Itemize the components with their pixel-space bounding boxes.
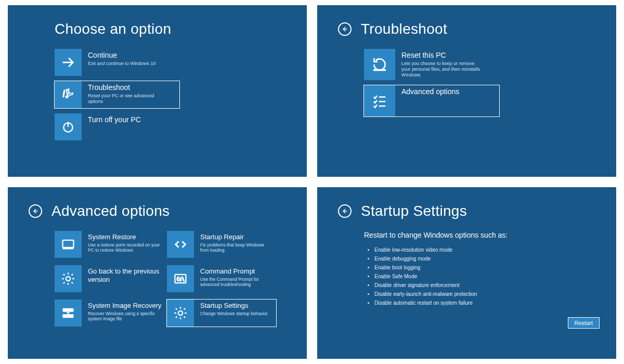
svg-rect-11 xyxy=(63,240,74,248)
gear-icon xyxy=(55,265,82,292)
tile-title: Reset this PC xyxy=(401,51,485,60)
tile-sub: Use the Command Prompt for advanced trou… xyxy=(200,277,273,288)
back-button[interactable] xyxy=(338,22,352,36)
svg-rect-1 xyxy=(62,89,66,98)
tile-turn-off[interactable]: Turn off your PC xyxy=(55,113,179,140)
tile-troubleshoot[interactable]: Troubleshoot Reset your PC or see advanc… xyxy=(55,81,179,108)
tile-title: Continue xyxy=(88,51,156,60)
tile-title: Startup Settings xyxy=(200,302,268,310)
svg-rect-17 xyxy=(63,314,74,318)
tile-command-prompt[interactable]: C:\ Command Prompt Use the Command Promp… xyxy=(167,265,276,292)
tile-title: System Image Recovery xyxy=(88,302,162,310)
tile-startup-settings[interactable]: Startup Settings Change Windows startup … xyxy=(167,300,276,327)
list-item: Disable early-launch anti-malware protec… xyxy=(374,290,595,298)
header: Troubleshoot xyxy=(338,21,595,37)
tile-grid: System Restore Use a restore point recor… xyxy=(55,231,286,327)
tile-sub: Exit and continue to Windows 10 xyxy=(88,61,156,67)
tile-advanced-options[interactable]: Advanced options xyxy=(364,85,499,116)
reset-icon xyxy=(364,49,395,80)
tile-list: Reset this PC Lets you choose to keep or… xyxy=(364,49,595,116)
header: Advanced options xyxy=(29,203,286,219)
tile-continue[interactable]: Continue Exit and continue to Windows 10 xyxy=(55,49,179,76)
tools-icon xyxy=(55,81,82,108)
tile-system-image-recovery[interactable]: System Image Recovery Recover Windows us… xyxy=(55,300,164,327)
tile-sub: Reset your PC or see advanced options xyxy=(88,93,164,105)
gear-icon xyxy=(167,300,194,327)
svg-text:C:\: C:\ xyxy=(177,277,185,282)
screen-advanced-options: Advanced options System Restore Use a re… xyxy=(8,187,307,359)
list-item: Disable driver signature enforcement xyxy=(374,281,595,290)
power-icon xyxy=(55,113,82,140)
tile-title: Turn off your PC xyxy=(88,115,141,124)
screen-startup-settings: Startup Settings Restart to change Windo… xyxy=(317,187,616,359)
tile-title: Advanced options xyxy=(401,87,459,96)
tile-sub: Lets you choose to keep or remove your p… xyxy=(401,61,485,79)
tile-sub: Change Windows startup behavior xyxy=(200,311,268,317)
tile-title: Go back to the previous version xyxy=(88,267,164,283)
subheading: Restart to change Windows options such a… xyxy=(364,231,595,239)
tile-sub: Fix problems that keep Windows from load… xyxy=(200,242,273,253)
page-title: Choose an option xyxy=(55,21,171,37)
page-title: Troubleshoot xyxy=(361,21,447,37)
options-list: Enable low-resolution video mode Enable … xyxy=(374,245,595,307)
svg-point-18 xyxy=(178,311,183,315)
restart-button[interactable]: Restart xyxy=(568,317,600,329)
restore-icon xyxy=(55,231,82,258)
svg-rect-16 xyxy=(63,308,74,312)
tile-list: Continue Exit and continue to Windows 10… xyxy=(55,49,286,140)
arrow-right-icon xyxy=(55,49,82,76)
svg-point-13 xyxy=(66,277,70,281)
tile-title: Startup Repair xyxy=(200,233,273,241)
list-item: Enable debugging mode xyxy=(374,254,595,263)
tile-sub: Use a restore point recorded on your PC … xyxy=(88,242,161,253)
tile-go-back[interactable]: Go back to the previous version xyxy=(55,265,164,292)
list-item: Enable low-resolution video mode xyxy=(374,245,595,254)
back-button[interactable] xyxy=(29,204,42,218)
tile-title: System Restore xyxy=(88,233,161,241)
screen-troubleshoot: Troubleshoot Reset this PC Lets you choo… xyxy=(317,5,616,177)
header: Choose an option xyxy=(29,21,286,37)
tile-sub: Recover Windows using a specific system … xyxy=(88,311,161,322)
list-item: Disable automatic restart on system fail… xyxy=(374,298,595,307)
page-title: Startup Settings xyxy=(361,203,467,219)
tile-system-restore[interactable]: System Restore Use a restore point recor… xyxy=(55,231,164,258)
tile-title: Troubleshoot xyxy=(88,83,164,92)
back-button[interactable] xyxy=(338,204,352,218)
screen-choose-option: Choose an option Continue Exit and conti… xyxy=(8,5,307,177)
tile-title: Command Prompt xyxy=(200,267,273,276)
list-item: Enable boot logging xyxy=(374,263,595,272)
disk-icon xyxy=(55,300,82,327)
svg-rect-12 xyxy=(63,248,74,250)
tile-reset-pc[interactable]: Reset this PC Lets you choose to keep or… xyxy=(364,49,499,80)
checklist-icon xyxy=(364,85,395,116)
code-icon xyxy=(167,231,194,258)
tile-startup-repair[interactable]: Startup Repair Fix problems that keep Wi… xyxy=(167,231,276,258)
header: Startup Settings xyxy=(338,203,595,219)
page-title: Advanced options xyxy=(51,203,170,219)
list-item: Enable Safe Mode xyxy=(374,272,595,281)
terminal-icon: C:\ xyxy=(167,265,194,292)
